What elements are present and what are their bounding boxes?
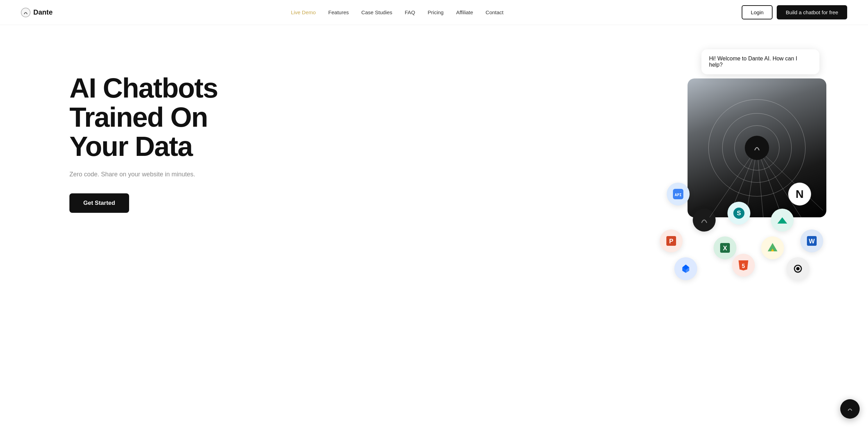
svg-text:5: 5 xyxy=(742,263,745,269)
logo-text: Dante xyxy=(33,8,53,16)
svg-text:▲: ▲ xyxy=(770,247,775,252)
svg-text:P: P xyxy=(669,238,673,245)
get-started-button[interactable]: Get Started xyxy=(69,193,129,213)
login-button[interactable]: Login xyxy=(742,5,773,19)
svg-marker-24 xyxy=(739,260,748,270)
svg-marker-23 xyxy=(682,267,686,273)
hero-section: AI Chatbots Trained On Your Data Zero co… xyxy=(0,25,868,427)
navbar: Dante Live Demo Features Case Studies FA… xyxy=(0,0,868,25)
build-chatbot-button[interactable]: Build a chatbot for free xyxy=(777,5,847,19)
svg-rect-14 xyxy=(807,236,817,246)
svg-line-7 xyxy=(757,148,823,210)
nav-affiliate[interactable]: Affiliate xyxy=(456,9,473,15)
svg-rect-8 xyxy=(673,189,683,199)
nav-pricing[interactable]: Pricing xyxy=(428,9,444,15)
logo-icon xyxy=(21,8,31,17)
integration-icon-excel: X xyxy=(714,236,736,259)
logo-link[interactable]: Dante xyxy=(21,8,53,17)
svg-rect-16 xyxy=(720,243,730,253)
nav-features[interactable]: Features xyxy=(328,9,349,15)
integration-icon-powerpoint: P xyxy=(660,229,683,252)
svg-marker-18 xyxy=(768,243,777,251)
integration-icon-dropbox xyxy=(674,257,697,280)
center-orb xyxy=(745,136,769,160)
integration-icon-notion2 xyxy=(786,257,809,280)
svg-point-27 xyxy=(796,267,800,270)
integration-icon-gdrive: ▲ xyxy=(761,236,784,259)
svg-line-6 xyxy=(757,148,806,217)
hero-title: AI Chatbots Trained On Your Data xyxy=(69,74,218,161)
chat-widget-icon xyxy=(845,404,854,413)
nav-links: Live Demo Features Case Studies FAQ Pric… xyxy=(291,9,504,16)
nav-contact[interactable]: Contact xyxy=(486,9,504,15)
chat-welcome-text: Hi! Welcome to Dante AI. How can I help? xyxy=(709,56,797,68)
svg-text:W: W xyxy=(809,238,815,245)
svg-text:X: X xyxy=(723,245,727,252)
integration-icon-api: API xyxy=(667,183,690,206)
svg-marker-19 xyxy=(768,243,777,251)
svg-point-26 xyxy=(794,265,801,272)
hero-subtitle: Zero code. Share on your website in minu… xyxy=(69,171,218,178)
hero-right: Hi! Welcome to Dante AI. How can I help? xyxy=(681,49,826,217)
nav-faq[interactable]: FAQ xyxy=(405,9,415,15)
orb-icon xyxy=(751,142,762,153)
chat-panel xyxy=(688,78,826,217)
svg-marker-21 xyxy=(682,265,689,270)
integration-icon-word: W xyxy=(800,229,823,252)
nav-live-demo[interactable]: Live Demo xyxy=(291,9,316,15)
svg-line-1 xyxy=(705,148,757,217)
svg-marker-22 xyxy=(686,267,689,273)
nav-actions: Login Build a chatbot for free xyxy=(742,5,847,19)
chat-bubble: Hi! Welcome to Dante AI. How can I help? xyxy=(701,49,819,74)
chat-widget-button[interactable] xyxy=(840,399,860,419)
nav-case-studies[interactable]: Case Studies xyxy=(361,9,392,15)
integration-icon-html5: 5 xyxy=(732,254,755,277)
svg-rect-12 xyxy=(666,236,676,246)
hero-left: AI Chatbots Trained On Your Data Zero co… xyxy=(69,53,218,213)
svg-text:API: API xyxy=(675,193,682,197)
